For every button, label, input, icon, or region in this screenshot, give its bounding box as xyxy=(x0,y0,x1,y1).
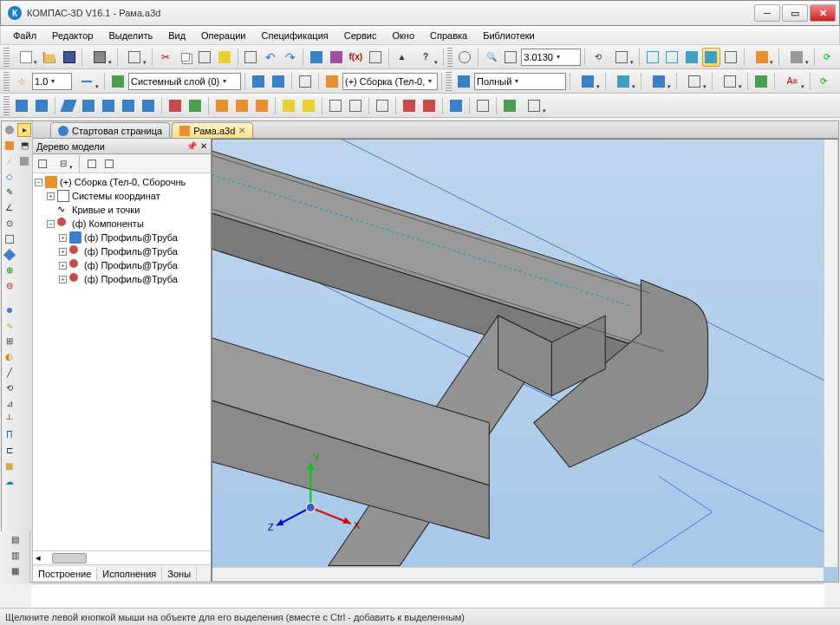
op18[interactable] xyxy=(400,96,419,115)
preview-button[interactable] xyxy=(121,48,148,67)
copy-format-button[interactable] xyxy=(215,48,234,67)
op17[interactable] xyxy=(373,96,392,115)
pointer-button[interactable]: ▲ xyxy=(393,48,412,67)
undo-button[interactable]: ↶ xyxy=(261,48,280,67)
tree-node-components[interactable]: − (ф) Компоненты xyxy=(35,217,209,231)
op21[interactable] xyxy=(473,96,492,115)
tree-node-curves[interactable]: ∿ Кривые и точки xyxy=(35,203,209,217)
vars-button[interactable] xyxy=(366,48,385,67)
lt-14[interactable]: ⊞ xyxy=(3,335,16,348)
op5[interactable] xyxy=(99,96,118,115)
expander-icon[interactable]: + xyxy=(59,234,67,242)
lt-9[interactable] xyxy=(3,248,16,262)
tree-comp-1[interactable]: + (ф) Профиль@Труба xyxy=(35,231,209,244)
menu-view[interactable]: Вид xyxy=(161,29,192,42)
lt-6[interactable]: ∠ xyxy=(3,201,16,215)
tree-comp-3[interactable]: + (ф) Профиль@Труба xyxy=(35,258,209,272)
op19[interactable] xyxy=(420,96,439,115)
d8-button[interactable]: ⟳ xyxy=(814,72,833,91)
tree-node-coord[interactable]: + Системы координат xyxy=(35,189,209,203)
op4[interactable] xyxy=(79,96,98,115)
tree-tb2[interactable]: ⊟ xyxy=(52,156,75,172)
tree-tb3[interactable] xyxy=(84,156,100,172)
menu-service[interactable]: Сервис xyxy=(337,29,384,42)
tree-root[interactable]: − (+) Сборка (Тел-0, Сборочнь xyxy=(35,175,209,189)
grip[interactable] xyxy=(3,48,10,67)
tree-tab-zones[interactable]: Зоны xyxy=(162,567,197,581)
lt-3[interactable]: ⟋ xyxy=(3,154,16,168)
d6-button[interactable] xyxy=(752,72,771,91)
op15[interactable] xyxy=(326,96,345,115)
hidden-button[interactable] xyxy=(662,48,681,67)
lcs2-button[interactable] xyxy=(269,72,288,91)
lt-11[interactable]: ⊖ xyxy=(3,279,16,293)
color-button[interactable] xyxy=(748,48,775,67)
assembly-icon[interactable] xyxy=(322,72,342,91)
lt-15[interactable]: ◐ xyxy=(3,350,16,364)
assembly-combo[interactable]: (+) Сборка (Тел-0,▾ xyxy=(342,73,438,90)
d5-button[interactable] xyxy=(716,72,744,91)
zoom-combo[interactable]: 3.0130▾ xyxy=(521,49,581,66)
viewport-vscroll[interactable] xyxy=(824,140,837,567)
tree-tb1[interactable] xyxy=(35,156,50,172)
refresh-button[interactable]: ⟳ xyxy=(818,48,837,67)
close-button[interactable]: ✕ xyxy=(810,4,836,22)
menu-select[interactable]: Выделить xyxy=(101,29,160,42)
grip[interactable] xyxy=(3,96,10,115)
redo-button[interactable]: ↷ xyxy=(281,48,300,67)
copy-button[interactable] xyxy=(176,48,195,67)
tree-comp-4[interactable]: + (ф) Профиль@Труба xyxy=(35,272,209,286)
op8[interactable] xyxy=(166,96,185,115)
expander-icon[interactable]: + xyxy=(59,276,67,283)
pin-icon[interactable]: 📌 xyxy=(186,141,197,151)
section-button[interactable] xyxy=(783,48,810,67)
op22[interactable] xyxy=(500,96,519,115)
lt-23[interactable]: ☁ xyxy=(3,475,16,489)
op23[interactable] xyxy=(520,96,548,115)
new-button[interactable] xyxy=(12,48,39,67)
axis-button[interactable]: ⊹ xyxy=(12,72,31,91)
print-button[interactable] xyxy=(86,48,113,67)
zoom-fit-button[interactable] xyxy=(455,48,474,67)
op3[interactable] xyxy=(59,96,78,115)
op10[interactable] xyxy=(212,96,231,115)
rt-2[interactable]: ⬒ xyxy=(17,139,31,153)
zoom-window-button[interactable] xyxy=(502,48,521,67)
lt-12[interactable] xyxy=(3,303,16,317)
linestyle-button[interactable] xyxy=(73,72,101,91)
expander-icon[interactable]: + xyxy=(59,248,67,256)
tree-tb4[interactable] xyxy=(101,156,117,172)
menu-operations[interactable]: Операции xyxy=(194,29,252,42)
lt-5[interactable]: ✎ xyxy=(3,186,16,199)
close-icon[interactable]: ✕ xyxy=(200,141,207,151)
orient-button[interactable] xyxy=(609,48,635,67)
lt-4[interactable]: ◇ xyxy=(3,170,16,184)
tree-hscroll[interactable]: ◂ xyxy=(33,550,211,564)
lt-16[interactable]: ╱ xyxy=(3,366,16,380)
d3-button[interactable] xyxy=(645,72,673,91)
menu-file[interactable]: Файл xyxy=(6,29,43,42)
zoom-in-button[interactable]: 🔍 xyxy=(482,48,501,67)
d4-button[interactable] xyxy=(680,72,708,91)
lt-1[interactable] xyxy=(3,123,16,137)
tab-close-icon[interactable]: ✕ xyxy=(238,126,245,135)
maximize-button[interactable]: ▭ xyxy=(782,4,808,22)
paste-button[interactable] xyxy=(195,48,214,67)
d1-button[interactable] xyxy=(574,72,602,91)
menu-libraries[interactable]: Библиотеки xyxy=(476,29,542,42)
cut-button[interactable]: ✂ xyxy=(156,48,175,67)
bl-3[interactable]: ▦ xyxy=(9,564,23,578)
library-button[interactable] xyxy=(327,48,346,67)
menu-help[interactable]: Справка xyxy=(423,29,474,42)
tree-comp-2[interactable]: + (ф) Профиль@Труба xyxy=(35,244,209,258)
lcs3-button[interactable] xyxy=(296,72,315,91)
shaded-button[interactable] xyxy=(702,48,721,67)
expander-icon[interactable]: − xyxy=(35,179,42,186)
grip[interactable] xyxy=(3,72,10,91)
viewport-hscroll[interactable] xyxy=(212,567,824,581)
layer-mgr-button[interactable] xyxy=(108,72,127,91)
expander-icon[interactable]: + xyxy=(47,192,55,200)
lt-2[interactable] xyxy=(3,139,16,153)
lt-17[interactable]: ⟲ xyxy=(3,381,16,395)
d2-button[interactable] xyxy=(609,72,637,91)
